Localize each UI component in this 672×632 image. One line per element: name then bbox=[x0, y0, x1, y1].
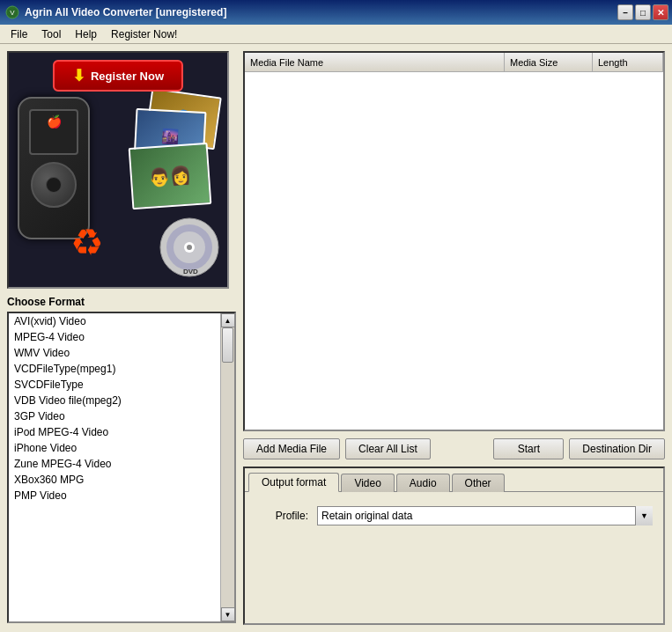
ipod-wheel bbox=[31, 162, 77, 208]
register-now-button[interactable]: ⬇ Register Now bbox=[53, 60, 183, 92]
photo-stack: 👤 🌆 👨‍👩 bbox=[117, 92, 223, 233]
column-header-length: Length bbox=[593, 53, 663, 71]
svg-text:DVD: DVD bbox=[183, 268, 198, 276]
tab-content: Profile: Retain original data High Quali… bbox=[245, 491, 663, 623]
list-item[interactable]: MPEG-4 Video bbox=[9, 329, 220, 345]
action-buttons: Add Media File Clear All List Start Dest… bbox=[243, 438, 665, 459]
svg-point-6 bbox=[187, 245, 192, 250]
list-item[interactable]: XBox360 MPG bbox=[9, 472, 220, 488]
tab-video[interactable]: Video bbox=[341, 474, 394, 492]
scroll-thumb[interactable] bbox=[222, 327, 233, 363]
scroll-track bbox=[221, 327, 234, 607]
scroll-up-button[interactable]: ▲ bbox=[221, 313, 235, 327]
output-format-panel: Output format Video Audio Other Profile:… bbox=[243, 467, 665, 625]
dvd-icon: DVD bbox=[159, 217, 220, 278]
close-button[interactable]: ✕ bbox=[653, 4, 668, 20]
profile-row: Profile: Retain original data High Quali… bbox=[255, 506, 653, 525]
right-panel: Media File Name Media Size Length Add Me… bbox=[243, 51, 665, 625]
format-section: Choose Format AVI(xvid) Video MPEG-4 Vid… bbox=[7, 296, 236, 625]
left-panel: ⬇ Register Now 🍎 👤 bbox=[7, 51, 236, 625]
app-icon: V bbox=[5, 5, 19, 19]
list-item[interactable]: SVCDFileType bbox=[9, 377, 220, 393]
title-bar: V Agrin All Video Converter [unregistere… bbox=[0, 0, 672, 25]
list-item[interactable]: VDB Video file(mpeg2) bbox=[9, 393, 220, 408]
file-list-body bbox=[245, 72, 663, 430]
menu-tool[interactable]: Tool bbox=[34, 26, 68, 42]
list-item[interactable]: WMV Video bbox=[9, 345, 220, 361]
list-item[interactable]: 3GP Video bbox=[9, 408, 220, 424]
list-item[interactable]: iPod MPEG-4 Video bbox=[9, 424, 220, 440]
title-text: Agrin All Video Converter [unregistered] bbox=[25, 6, 226, 18]
format-scrollbar[interactable]: ▲ ▼ bbox=[220, 313, 234, 621]
menu-bar: File Tool Help Register Now! bbox=[0, 25, 672, 44]
tab-output-format[interactable]: Output format bbox=[248, 473, 339, 492]
tab-other[interactable]: Other bbox=[452, 474, 505, 492]
list-item[interactable]: VCDFileType(mpeg1) bbox=[9, 361, 220, 377]
promo-area: ⬇ Register Now 🍎 👤 bbox=[7, 51, 229, 289]
file-list-header: Media File Name Media Size Length bbox=[245, 53, 663, 72]
convert-icon: ♻ bbox=[70, 221, 119, 269]
format-list-container: AVI(xvid) Video MPEG-4 Video WMV Video V… bbox=[7, 312, 236, 623]
profile-select-wrapper: Retain original data High Quality Medium… bbox=[317, 506, 653, 525]
list-item[interactable]: Zune MPEG-4 Video bbox=[9, 456, 220, 472]
profile-select[interactable]: Retain original data High Quality Medium… bbox=[317, 506, 653, 525]
add-media-button[interactable]: Add Media File bbox=[243, 438, 340, 459]
list-item[interactable]: iPhone Video bbox=[9, 440, 220, 456]
apple-icon: 🍎 bbox=[47, 114, 61, 129]
list-item[interactable]: AVI(xvid) Video bbox=[9, 313, 220, 329]
column-header-size: Media Size bbox=[505, 53, 593, 71]
svg-text:V: V bbox=[10, 9, 15, 17]
tab-audio[interactable]: Audio bbox=[396, 474, 450, 492]
photo-card-3: 👨‍👩 bbox=[129, 143, 212, 209]
column-header-name: Media File Name bbox=[245, 53, 505, 71]
menu-file[interactable]: File bbox=[4, 26, 34, 42]
format-section-label: Choose Format bbox=[7, 296, 236, 308]
menu-register[interactable]: Register Now! bbox=[104, 26, 184, 42]
destination-button[interactable]: Destination Dir bbox=[569, 438, 665, 459]
start-button[interactable]: Start bbox=[493, 438, 564, 459]
profile-label: Profile: bbox=[255, 510, 308, 522]
scroll-down-button[interactable]: ▼ bbox=[221, 607, 235, 621]
register-button-label: Register Now bbox=[91, 70, 164, 83]
file-list-area: Media File Name Media Size Length bbox=[243, 51, 665, 431]
register-arrow-icon: ⬇ bbox=[72, 66, 85, 85]
menu-help[interactable]: Help bbox=[68, 26, 104, 42]
list-item[interactable]: PMP Video bbox=[9, 488, 220, 503]
minimize-button[interactable]: – bbox=[617, 4, 633, 20]
format-list: AVI(xvid) Video MPEG-4 Video WMV Video V… bbox=[9, 313, 220, 621]
tabs-row: Output format Video Audio Other bbox=[245, 468, 663, 491]
clear-all-button[interactable]: Clear All List bbox=[345, 438, 431, 459]
maximize-button[interactable]: □ bbox=[635, 4, 651, 20]
main-content: ⬇ Register Now 🍎 👤 bbox=[0, 44, 672, 632]
